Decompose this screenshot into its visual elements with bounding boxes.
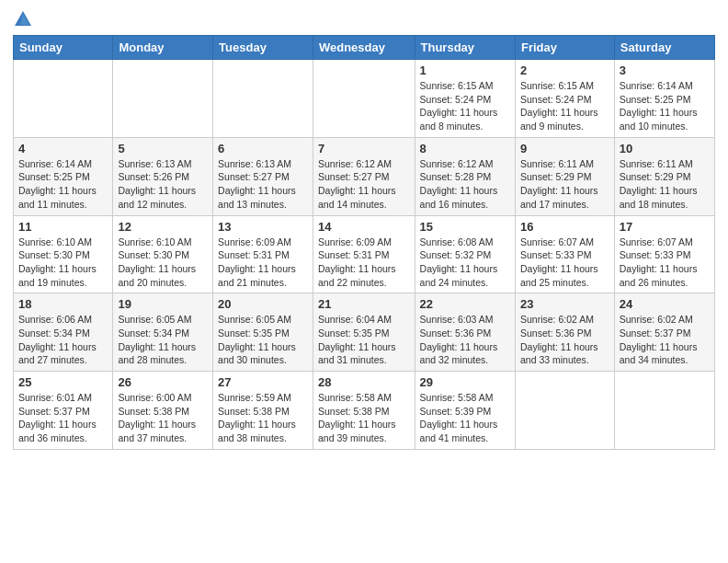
day-number: 24 — [620, 297, 710, 311]
day-number: 1 — [420, 63, 510, 77]
calendar-cell — [313, 60, 415, 138]
logo — [13, 9, 37, 29]
day-info: Sunrise: 6:08 AM Sunset: 5:32 PM Dayligh… — [420, 236, 510, 290]
calendar-cell: 20Sunrise: 6:05 AM Sunset: 5:35 PM Dayli… — [213, 293, 313, 372]
day-info: Sunrise: 6:13 AM Sunset: 5:26 PM Dayligh… — [118, 157, 208, 212]
weekday-header-friday: Friday — [515, 36, 614, 60]
day-number: 3 — [620, 63, 710, 77]
calendar-cell: 28Sunrise: 5:58 AM Sunset: 5:38 PM Dayli… — [313, 372, 415, 450]
day-number: 4 — [18, 142, 108, 155]
day-info: Sunrise: 6:11 AM Sunset: 5:29 PM Dayligh… — [520, 157, 609, 212]
day-number: 13 — [218, 220, 308, 234]
calendar-cell: 2Sunrise: 6:15 AM Sunset: 5:24 PM Daylig… — [515, 60, 614, 138]
weekday-header-wednesday: Wednesday — [313, 36, 415, 60]
day-number: 7 — [318, 142, 410, 155]
calendar-cell: 19Sunrise: 6:05 AM Sunset: 5:34 PM Dayli… — [113, 293, 213, 372]
calendar-cell: 29Sunrise: 5:58 AM Sunset: 5:39 PM Dayli… — [415, 372, 515, 450]
day-info: Sunrise: 6:11 AM Sunset: 5:29 PM Dayligh… — [620, 157, 710, 212]
day-info: Sunrise: 6:10 AM Sunset: 5:30 PM Dayligh… — [118, 236, 208, 290]
day-number: 21 — [318, 297, 410, 311]
day-info: Sunrise: 6:04 AM Sunset: 5:35 PM Dayligh… — [318, 313, 410, 367]
calendar-cell: 25Sunrise: 6:01 AM Sunset: 5:37 PM Dayli… — [14, 372, 113, 450]
day-info: Sunrise: 6:12 AM Sunset: 5:28 PM Dayligh… — [420, 157, 510, 212]
calendar-week-1: 1Sunrise: 6:15 AM Sunset: 5:24 PM Daylig… — [14, 60, 715, 138]
day-number: 12 — [118, 220, 208, 234]
day-info: Sunrise: 6:02 AM Sunset: 5:36 PM Dayligh… — [520, 313, 609, 367]
weekday-header-thursday: Thursday — [415, 36, 515, 60]
day-info: Sunrise: 6:02 AM Sunset: 5:37 PM Dayligh… — [620, 313, 710, 367]
calendar-cell: 22Sunrise: 6:03 AM Sunset: 5:36 PM Dayli… — [415, 293, 515, 372]
day-info: Sunrise: 6:14 AM Sunset: 5:25 PM Dayligh… — [18, 157, 108, 212]
calendar-cell: 14Sunrise: 6:09 AM Sunset: 5:31 PM Dayli… — [313, 215, 415, 293]
day-info: Sunrise: 6:09 AM Sunset: 5:31 PM Dayligh… — [218, 236, 308, 290]
calendar-cell: 27Sunrise: 5:59 AM Sunset: 5:38 PM Dayli… — [213, 372, 313, 450]
calendar-cell: 8Sunrise: 6:12 AM Sunset: 5:28 PM Daylig… — [415, 137, 515, 215]
day-info: Sunrise: 6:12 AM Sunset: 5:27 PM Dayligh… — [318, 157, 410, 212]
day-number: 23 — [520, 297, 609, 311]
day-number: 19 — [118, 297, 208, 311]
page: SundayMondayTuesdayWednesdayThursdayFrid… — [0, 0, 728, 563]
day-number: 27 — [218, 375, 308, 389]
day-number: 8 — [420, 142, 510, 155]
calendar-cell: 3Sunrise: 6:14 AM Sunset: 5:25 PM Daylig… — [614, 60, 714, 138]
day-info: Sunrise: 5:59 AM Sunset: 5:38 PM Dayligh… — [218, 391, 308, 445]
calendar-cell: 21Sunrise: 6:04 AM Sunset: 5:35 PM Dayli… — [313, 293, 415, 372]
day-number: 18 — [18, 297, 108, 311]
calendar-cell: 9Sunrise: 6:11 AM Sunset: 5:29 PM Daylig… — [515, 137, 614, 215]
calendar-cell: 10Sunrise: 6:11 AM Sunset: 5:29 PM Dayli… — [614, 137, 714, 215]
day-info: Sunrise: 6:13 AM Sunset: 5:27 PM Dayligh… — [218, 157, 308, 212]
day-number: 25 — [18, 375, 108, 389]
day-number: 28 — [318, 375, 410, 389]
day-number: 5 — [118, 142, 208, 155]
day-number: 15 — [420, 220, 510, 234]
day-info: Sunrise: 6:00 AM Sunset: 5:38 PM Dayligh… — [118, 391, 208, 445]
calendar-cell: 4Sunrise: 6:14 AM Sunset: 5:25 PM Daylig… — [14, 137, 113, 215]
calendar-cell: 1Sunrise: 6:15 AM Sunset: 5:24 PM Daylig… — [415, 60, 515, 138]
calendar-cell: 16Sunrise: 6:07 AM Sunset: 5:33 PM Dayli… — [515, 215, 614, 293]
day-info: Sunrise: 6:10 AM Sunset: 5:30 PM Dayligh… — [18, 236, 108, 290]
day-info: Sunrise: 6:07 AM Sunset: 5:33 PM Dayligh… — [520, 236, 609, 290]
day-info: Sunrise: 6:07 AM Sunset: 5:33 PM Dayligh… — [620, 236, 710, 290]
calendar-cell: 11Sunrise: 6:10 AM Sunset: 5:30 PM Dayli… — [14, 215, 113, 293]
calendar-cell: 5Sunrise: 6:13 AM Sunset: 5:26 PM Daylig… — [113, 137, 213, 215]
day-info: Sunrise: 6:14 AM Sunset: 5:25 PM Dayligh… — [620, 79, 710, 133]
day-number: 2 — [520, 63, 609, 77]
weekday-header-row: SundayMondayTuesdayWednesdayThursdayFrid… — [14, 36, 715, 60]
calendar-week-4: 18Sunrise: 6:06 AM Sunset: 5:34 PM Dayli… — [14, 293, 715, 372]
day-info: Sunrise: 6:09 AM Sunset: 5:31 PM Dayligh… — [318, 236, 410, 290]
day-number: 29 — [420, 375, 510, 389]
calendar-cell: 24Sunrise: 6:02 AM Sunset: 5:37 PM Dayli… — [614, 293, 714, 372]
day-info: Sunrise: 6:03 AM Sunset: 5:36 PM Dayligh… — [420, 313, 510, 367]
calendar-cell — [113, 60, 213, 138]
day-number: 11 — [18, 220, 108, 234]
calendar-week-2: 4Sunrise: 6:14 AM Sunset: 5:25 PM Daylig… — [14, 137, 715, 215]
calendar-cell: 23Sunrise: 6:02 AM Sunset: 5:36 PM Dayli… — [515, 293, 614, 372]
calendar-week-3: 11Sunrise: 6:10 AM Sunset: 5:30 PM Dayli… — [14, 215, 715, 293]
day-number: 22 — [420, 297, 510, 311]
calendar-cell: 7Sunrise: 6:12 AM Sunset: 5:27 PM Daylig… — [313, 137, 415, 215]
calendar-table: SundayMondayTuesdayWednesdayThursdayFrid… — [13, 35, 715, 450]
day-info: Sunrise: 6:01 AM Sunset: 5:37 PM Dayligh… — [18, 391, 108, 445]
weekday-header-sunday: Sunday — [14, 36, 113, 60]
day-number: 10 — [620, 142, 710, 155]
day-info: Sunrise: 5:58 AM Sunset: 5:39 PM Dayligh… — [420, 391, 510, 445]
calendar-week-5: 25Sunrise: 6:01 AM Sunset: 5:37 PM Dayli… — [14, 372, 715, 450]
day-info: Sunrise: 6:05 AM Sunset: 5:34 PM Dayligh… — [118, 313, 208, 367]
calendar-cell: 26Sunrise: 6:00 AM Sunset: 5:38 PM Dayli… — [113, 372, 213, 450]
calendar-cell: 6Sunrise: 6:13 AM Sunset: 5:27 PM Daylig… — [213, 137, 313, 215]
day-number: 16 — [520, 220, 609, 234]
day-number: 14 — [318, 220, 410, 234]
weekday-header-saturday: Saturday — [614, 36, 714, 60]
weekday-header-tuesday: Tuesday — [213, 36, 313, 60]
calendar-cell: 13Sunrise: 6:09 AM Sunset: 5:31 PM Dayli… — [213, 215, 313, 293]
calendar-cell: 17Sunrise: 6:07 AM Sunset: 5:33 PM Dayli… — [614, 215, 714, 293]
day-info: Sunrise: 5:58 AM Sunset: 5:38 PM Dayligh… — [318, 391, 410, 445]
calendar-cell — [14, 60, 113, 138]
day-number: 6 — [218, 142, 308, 155]
calendar-cell — [515, 372, 614, 450]
calendar-cell — [614, 372, 714, 450]
day-number: 20 — [218, 297, 308, 311]
day-number: 26 — [118, 375, 208, 389]
calendar-cell: 12Sunrise: 6:10 AM Sunset: 5:30 PM Dayli… — [113, 215, 213, 293]
logo-icon — [13, 9, 33, 29]
